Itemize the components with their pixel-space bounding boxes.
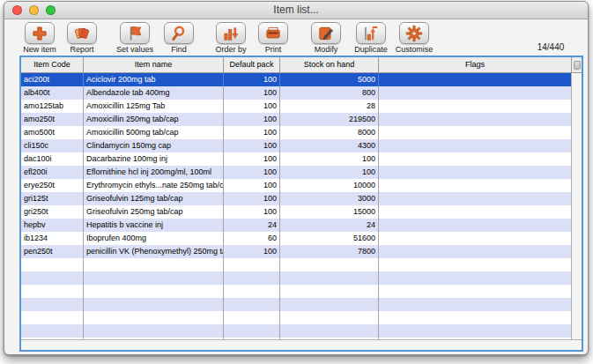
horizontal-scrollbar[interactable] xyxy=(21,339,582,350)
cell-flags xyxy=(379,100,571,113)
cell-default-pack: 100 xyxy=(224,179,280,192)
cell-default-pack xyxy=(224,285,280,298)
cell-item-name xyxy=(84,324,224,338)
cell-item-code: alb400t xyxy=(21,86,84,100)
toolbar-button-modify[interactable]: Modify xyxy=(300,22,352,54)
cell-stock-on-hand: 100 xyxy=(280,152,379,166)
cell-flags xyxy=(379,298,571,311)
printer-icon xyxy=(258,22,288,44)
table-row[interactable]: cli150c Clindamycin 150mg cap 100 4300 xyxy=(21,139,571,152)
cell-default-pack xyxy=(224,311,280,324)
table-row[interactable]: pen250t penicillin VK (Phenoxymethyl) 25… xyxy=(21,245,571,258)
cell-flags xyxy=(379,232,571,245)
cell-item-code: amo125tab xyxy=(21,100,84,113)
cell-item-name: Albendazole tab 400mg xyxy=(84,86,224,100)
table-row[interactable]: erye250t Erythromycin ethyls...nate 250m… xyxy=(21,179,571,192)
table-row-empty[interactable] xyxy=(21,324,571,338)
cell-item-code: erye250t xyxy=(21,179,84,192)
vertical-scrollbar[interactable] xyxy=(571,73,582,339)
flag-icon xyxy=(120,22,150,44)
zoom-button[interactable] xyxy=(46,5,56,15)
column-header-item-name[interactable]: Item name xyxy=(84,57,224,72)
item-table: Item Code Item name Default pack Stock o… xyxy=(19,56,583,352)
window-title: Item list... xyxy=(4,2,588,19)
toolbar: New item Report Set values xyxy=(4,19,588,55)
cell-item-code: efl200i xyxy=(21,166,84,179)
table-row[interactable]: amo250t Amoxicillin 250mg tab/cap 100 21… xyxy=(21,113,571,126)
cell-default-pack: 24 xyxy=(224,219,280,232)
table-row[interactable]: amo125tab Amoxicillin 125mg Tab 100 28 xyxy=(21,100,571,113)
cell-stock-on-hand: 5000 xyxy=(280,73,379,86)
cell-flags xyxy=(379,192,571,205)
table-row[interactable]: gri250t Griseofulvin 250mg tab/cap 100 1… xyxy=(21,205,571,219)
column-header-flags[interactable]: Flags xyxy=(379,57,571,72)
table-row[interactable]: alb400t Albendazole tab 400mg 100 800 xyxy=(21,86,571,100)
cell-default-pack: 100 xyxy=(224,166,280,179)
record-counter: 14/440 xyxy=(520,42,582,52)
toolbar-button-label: Report xyxy=(70,45,93,54)
cell-default-pack xyxy=(224,298,280,311)
column-header-default-pack[interactable]: Default pack xyxy=(224,57,280,72)
toolbar-button-label: Customise xyxy=(396,45,434,54)
cell-stock-on-hand: 800 xyxy=(280,86,379,100)
table-row-empty[interactable] xyxy=(21,311,571,324)
cell-item-name: Griseofulvin 250mg tab/cap xyxy=(84,205,224,219)
table-row[interactable]: amo500t Amoxicillin 500mg tab/cap 100 80… xyxy=(21,126,571,139)
table-row[interactable]: gri125t Griseofulvin 125mg tab/cap 100 3… xyxy=(21,192,571,205)
close-button[interactable] xyxy=(12,5,22,15)
title-bar[interactable]: Item list... xyxy=(4,2,588,19)
cell-stock-on-hand: 24 xyxy=(280,219,379,232)
cell-item-code: dac100i xyxy=(21,152,84,166)
toolbar-button-label: New item xyxy=(23,45,56,54)
table-row-empty[interactable] xyxy=(21,298,571,311)
cell-item-code: cli150c xyxy=(21,139,84,152)
toolbar-button-report[interactable]: Report xyxy=(56,22,107,54)
report-cards-icon xyxy=(67,22,97,44)
cell-item-code: pen250t xyxy=(21,245,84,258)
table-row[interactable]: aci200t Aciclovir 200mg tab 100 5000 xyxy=(21,73,571,86)
cell-default-pack xyxy=(224,271,280,285)
cell-stock-on-hand: 219500 xyxy=(280,113,379,126)
toolbar-button-label: Find xyxy=(171,45,187,54)
cell-flags xyxy=(379,166,571,179)
table-row-empty[interactable] xyxy=(21,271,571,285)
cell-stock-on-hand xyxy=(280,271,379,285)
cell-item-name: penicillin VK (Phenoxymethyl) 250mg tab xyxy=(84,245,224,258)
cell-flags xyxy=(379,205,571,219)
cell-item-code: hepbv xyxy=(21,219,84,232)
plus-icon xyxy=(25,22,55,44)
minimize-button[interactable] xyxy=(29,5,39,15)
cell-flags xyxy=(379,258,571,271)
table-row[interactable]: ib1234 Iboprufen 400mg 60 51600 xyxy=(21,232,571,245)
scrollbar-thumb[interactable] xyxy=(574,61,581,70)
cell-flags xyxy=(379,324,571,338)
cell-item-name: Aciclovir 200mg tab xyxy=(84,73,224,86)
cell-item-code xyxy=(21,324,84,338)
cell-default-pack xyxy=(224,324,280,338)
column-header-item-code[interactable]: Item Code xyxy=(21,57,84,72)
cell-item-name: Iboprufen 400mg xyxy=(84,232,224,245)
cell-stock-on-hand xyxy=(280,285,379,298)
cell-flags xyxy=(379,73,571,86)
cell-flags xyxy=(379,285,571,298)
item-list-window: Item list... New item Report xyxy=(4,1,589,355)
cell-flags xyxy=(379,152,571,166)
table-row[interactable]: efl200i Eflornithine hcl inj 200mg/ml, 1… xyxy=(21,166,571,179)
cell-item-name: Amoxicillin 125mg Tab xyxy=(84,100,224,113)
cell-item-code: gri250t xyxy=(21,205,84,219)
toolbar-button-print[interactable]: Print xyxy=(248,22,299,54)
column-header-stock-on-hand[interactable]: Stock on hand xyxy=(280,57,379,72)
cell-item-name: Amoxicillin 500mg tab/cap xyxy=(84,126,224,139)
table-row-empty[interactable] xyxy=(21,285,571,298)
cell-flags xyxy=(379,219,571,232)
toolbar-button-find[interactable]: Find xyxy=(153,22,204,54)
table-body: aci200t Aciclovir 200mg tab 100 5000 alb… xyxy=(21,73,571,339)
table-row[interactable]: dac100i Dacarbazine 100mg inj 100 100 xyxy=(21,152,571,166)
table-row[interactable]: hepbv Hepatitis b vaccine inj 24 24 xyxy=(21,219,571,232)
toolbar-button-customise[interactable]: Customise xyxy=(389,22,440,54)
cell-item-name: Eflornithine hcl inj 200mg/ml, 100ml xyxy=(84,166,224,179)
cell-flags xyxy=(379,113,571,126)
table-row-empty[interactable] xyxy=(21,258,571,271)
cell-item-code xyxy=(21,311,84,324)
cell-item-name: Hepatitis b vaccine inj xyxy=(84,219,224,232)
